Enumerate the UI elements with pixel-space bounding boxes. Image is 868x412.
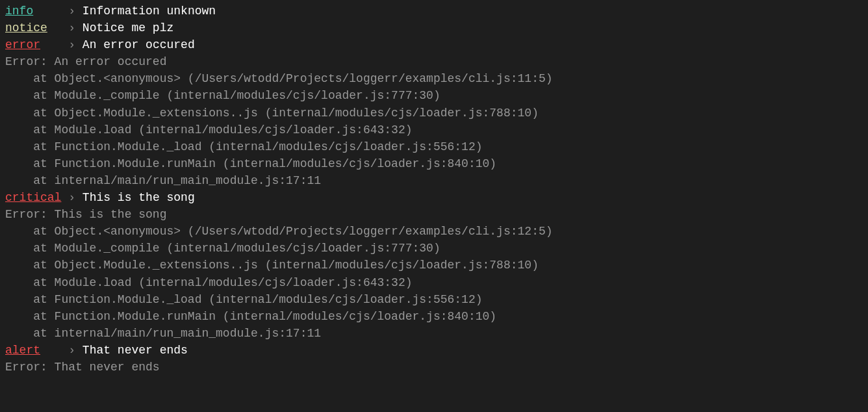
log-message: Notice me plz [83,21,173,34]
arrow-icon: › [68,344,75,357]
log-entry: error › An error occured [5,36,863,53]
log-level-info: info [5,3,33,19]
stack-trace-line: Error: An error occured [5,53,863,70]
stack-trace-line: at Module.load (internal/modules/cjs/loa… [5,122,863,138]
stack-trace-line: at Function.Module._load (internal/modul… [5,138,863,155]
stack-trace-line: at Function.Module.runMain (internal/mod… [5,155,863,172]
stack-trace-line: at Object.<anonymous> (/Users/wtodd/Proj… [5,70,863,87]
log-message: Information unknown [83,5,216,18]
log-entry: info › Information unknown [5,3,863,19]
log-entry: alert › That never ends [5,342,863,359]
stack-trace-line: at Function.Module.runMain (internal/mod… [5,308,863,325]
log-entry: critical › This is the song [5,189,863,206]
log-level-critical: critical [5,189,61,206]
terminal-output: info › Information unknownnotice › Notic… [5,3,863,376]
stack-trace-line: at internal/main/run_main_module.js:17:1… [5,172,863,189]
stack-trace-line: at Module._compile (internal/modules/cjs… [5,87,863,104]
stack-trace-line: at Object.<anonymous> (/Users/wtodd/Proj… [5,223,863,240]
arrow-icon: › [68,191,75,204]
stack-trace-line: at Function.Module._load (internal/modul… [5,291,863,308]
log-message: This is the song [83,191,195,204]
log-level-error: error [5,36,40,53]
stack-trace-line: Error: That never ends [5,359,863,376]
stack-trace-line: at Object.Module._extensions..js (intern… [5,105,863,122]
stack-trace-line: at Object.Module._extensions..js (intern… [5,257,863,274]
stack-trace-line: at Module.load (internal/modules/cjs/loa… [5,274,863,291]
log-level-notice: notice [5,19,47,36]
arrow-icon: › [68,38,75,51]
stack-trace-line: Error: This is the song [5,206,863,223]
log-level-alert: alert [5,342,40,359]
log-entry: notice › Notice me plz [5,19,863,36]
log-message: An error occured [83,38,195,51]
arrow-icon: › [68,21,75,34]
arrow-icon: › [68,5,75,18]
stack-trace-line: at internal/main/run_main_module.js:17:1… [5,325,863,342]
log-message: That never ends [83,344,188,357]
stack-trace-line: at Module._compile (internal/modules/cjs… [5,240,863,257]
